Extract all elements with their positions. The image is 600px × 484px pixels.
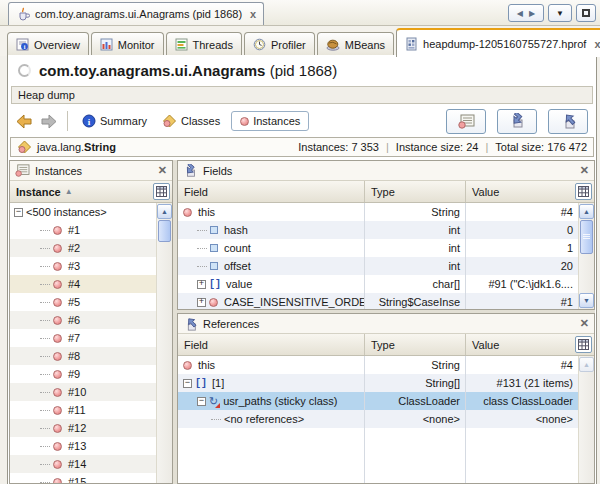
document-tab[interactable]: com.toy.anagrams.ui.Anagrams (pid 1868) … [8, 2, 264, 25]
list-item[interactable]: #2 [10, 239, 156, 257]
tab-monitor[interactable]: Monitor [91, 32, 164, 56]
table-row[interactable]: <no references><none><none> [178, 410, 578, 428]
cell-field: offset [178, 257, 364, 275]
tree-connector [40, 320, 50, 321]
list-item[interactable]: #12 [10, 419, 156, 437]
window-tab-controls: ◀ ▶ ▼ [508, 4, 596, 22]
instance-icon [53, 226, 62, 235]
toggle-instances-pane-button[interactable] [446, 109, 486, 134]
references-scrollbar[interactable]: ▲ [578, 356, 594, 483]
scroll-up-icon[interactable]: ▲ [157, 204, 172, 219]
column-field[interactable]: Field [178, 181, 364, 202]
instance-icon [53, 262, 62, 271]
expand-icon[interactable]: + [197, 298, 206, 307]
cell-value: #4 [465, 203, 578, 221]
table-row[interactable]: −[][1]String[]#131 (21 items) [178, 374, 578, 392]
collapse-icon[interactable]: − [14, 208, 23, 217]
table-row[interactable]: offsetint20 [178, 257, 578, 275]
table-row[interactable]: countint1 [178, 239, 578, 257]
list-item[interactable]: #11 [10, 401, 156, 419]
collapse-icon[interactable]: − [183, 379, 192, 388]
forward-button[interactable] [40, 114, 57, 129]
list-item[interactable]: #10 [10, 383, 156, 401]
close-icon[interactable]: ✕ [158, 164, 167, 177]
scroll-down-icon[interactable]: ▼ [579, 293, 594, 308]
table-row[interactable]: thisString#4 [178, 356, 578, 374]
maximize-button[interactable] [576, 4, 596, 22]
tab-heapdump[interactable]: heapdump-1205160755727.hprof x [396, 28, 600, 57]
tree-item-label: #15 [68, 476, 86, 483]
list-item[interactable]: #15 [10, 473, 156, 483]
list-item[interactable]: #3 [10, 257, 156, 275]
instances-column-header[interactable]: Instance ▲ [10, 181, 172, 203]
column-type[interactable]: Type [364, 181, 465, 202]
back-button[interactable] [16, 114, 33, 129]
close-icon[interactable]: x [594, 38, 600, 50]
field-name: <no references> [224, 413, 304, 425]
tab-profiler[interactable]: Profiler [244, 32, 315, 56]
list-item[interactable]: #14 [10, 455, 156, 473]
tab-threads[interactable]: Threads [166, 32, 242, 56]
scrollbar-thumb[interactable] [158, 220, 171, 242]
toggle-references-pane-button[interactable] [548, 109, 588, 134]
table-row[interactable]: hashint0 [178, 221, 578, 239]
fields-column-header[interactable]: Field Type Value [178, 181, 594, 203]
table-row[interactable]: +[]valuechar[]#91 ("C:\jdk1.6.... [178, 275, 578, 293]
scroll-right-icon[interactable]: ▶ [529, 9, 535, 18]
instance-icon [53, 334, 62, 343]
collapse-icon[interactable]: − [197, 397, 206, 406]
tab-list-dropdown-button[interactable]: ▼ [548, 4, 572, 22]
list-item-root[interactable]: −<500 instances> [10, 203, 156, 221]
table-row[interactable]: thisString#4 [178, 203, 578, 221]
customize-columns-button[interactable] [153, 183, 170, 200]
table-row[interactable]: −↻usr_paths (sticky class)ClassLoadercla… [178, 392, 578, 410]
column-value[interactable]: Value [465, 181, 572, 202]
field-name: this [198, 206, 215, 218]
table-row[interactable]: +CASE_INSENSITIVE_ORDERString$CaseInse#1 [178, 293, 578, 309]
close-icon[interactable]: ✕ [580, 164, 589, 177]
cell-type: int [364, 239, 465, 257]
tab-scroll-buttons[interactable]: ◀ ▶ [508, 4, 544, 22]
toggle-fields-pane-button[interactable] [497, 109, 537, 134]
list-item[interactable]: #1 [10, 221, 156, 239]
column-field[interactable]: Field [178, 334, 364, 355]
class-icon [162, 114, 177, 128]
class-name: String [84, 141, 116, 153]
cell-value: 20 [465, 257, 578, 275]
fields-panel-titlebar: Fields ✕ [178, 161, 594, 181]
list-item[interactable]: #5 [10, 293, 156, 311]
list-item[interactable]: #7 [10, 329, 156, 347]
fields-scrollbar[interactable]: ▲ ▼ [578, 203, 594, 309]
fields-panel-icon [183, 164, 198, 178]
instance-icon [53, 442, 62, 451]
instances-view-button[interactable]: Instances [231, 111, 309, 131]
close-icon[interactable]: ✕ [580, 317, 589, 330]
list-item[interactable]: #9 [10, 365, 156, 383]
tab-mbeans[interactable]: MBeans [317, 32, 394, 56]
close-icon[interactable]: x [250, 8, 256, 20]
list-item[interactable]: #4 [10, 275, 156, 293]
references-column-header[interactable]: Field Type Value [178, 334, 594, 356]
customize-columns-button[interactable] [575, 183, 592, 200]
expand-icon[interactable]: + [197, 280, 206, 289]
cell-field: this [178, 203, 364, 221]
list-item[interactable]: #6 [10, 311, 156, 329]
summary-view-button[interactable]: i Summary [78, 111, 151, 131]
scrollbar-thumb[interactable] [580, 220, 593, 254]
list-item[interactable]: #8 [10, 347, 156, 365]
column-type[interactable]: Type [364, 334, 465, 355]
tab-overview[interactable]: i Overview [7, 32, 89, 56]
scroll-up-icon[interactable]: ▲ [579, 357, 594, 372]
scroll-left-icon[interactable]: ◀ [517, 9, 523, 18]
tab-label: Monitor [118, 39, 155, 51]
list-item[interactable]: #13 [10, 437, 156, 455]
instances-panel-icon [15, 164, 30, 177]
classes-view-button[interactable]: Classes [158, 111, 224, 131]
instance-icon [53, 388, 62, 397]
customize-columns-button[interactable] [575, 336, 592, 353]
column-value[interactable]: Value [465, 334, 572, 355]
cell-type: String$CaseInse [364, 293, 465, 309]
tree-connector [197, 230, 207, 231]
scroll-up-icon[interactable]: ▲ [579, 204, 594, 219]
instances-scrollbar[interactable]: ▲ [156, 203, 172, 483]
